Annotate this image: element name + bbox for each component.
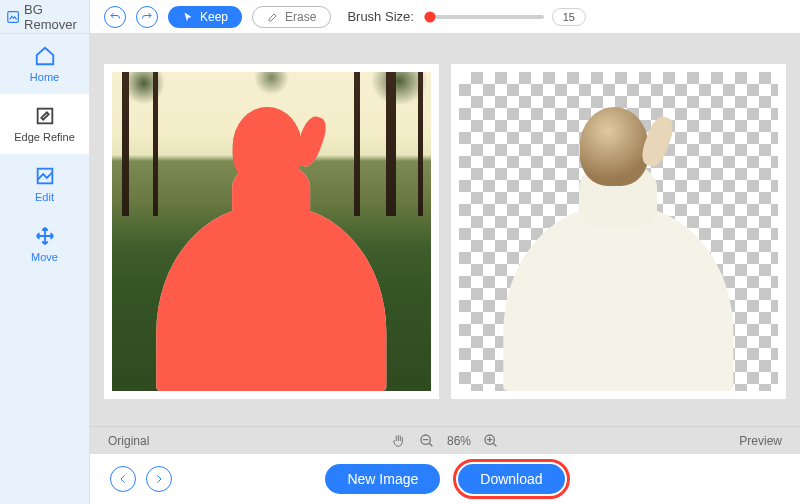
sidebar-item-edit[interactable]: Edit [0, 154, 89, 214]
keep-button[interactable]: Keep [168, 6, 242, 28]
redo-icon [141, 11, 153, 23]
download-button[interactable]: Download [458, 464, 564, 494]
erase-label: Erase [285, 10, 316, 24]
brand-name: BG Remover [24, 2, 83, 32]
zoom-in-icon[interactable] [483, 433, 499, 449]
chevron-left-icon [117, 473, 129, 485]
sidebar-item-move[interactable]: Move [0, 214, 89, 274]
sidebar-item-label: Edge Refine [14, 131, 75, 143]
undo-icon [109, 11, 121, 23]
erase-icon [267, 11, 279, 23]
next-image-button[interactable] [146, 466, 172, 492]
keep-mask-overlay [112, 72, 431, 391]
chevron-right-icon [153, 473, 165, 485]
new-image-button[interactable]: New Image [325, 464, 440, 494]
slider-thumb[interactable] [424, 11, 435, 22]
keep-label: Keep [200, 10, 228, 24]
transparency-checker [459, 72, 778, 391]
edit-icon [34, 165, 56, 187]
download-label: Download [480, 471, 542, 487]
app-root: BG Remover Home Edge Refine Edit Move [0, 0, 800, 504]
erase-button[interactable]: Erase [252, 6, 331, 28]
cutout-subject [504, 110, 734, 391]
zoom-level: 86% [447, 434, 471, 448]
zoom-out-icon[interactable] [419, 433, 435, 449]
sidebar-item-label: Home [30, 71, 59, 83]
original-label: Original [108, 434, 149, 448]
sidebar-item-label: Edit [35, 191, 54, 203]
sidebar: BG Remover Home Edge Refine Edit Move [0, 0, 90, 504]
undo-button[interactable] [104, 6, 126, 28]
move-icon [34, 225, 56, 247]
edge-refine-icon [34, 105, 56, 127]
sidebar-item-edge-refine[interactable]: Edge Refine [0, 94, 89, 154]
brush-size-value: 15 [552, 8, 586, 26]
brush-size-slider[interactable] [424, 15, 544, 19]
preview-label: Preview [739, 434, 782, 448]
pan-icon[interactable] [391, 433, 407, 449]
brand: BG Remover [0, 0, 89, 34]
original-panel[interactable] [104, 64, 439, 399]
brush-size-label: Brush Size: [347, 9, 413, 24]
brush-size-control: 15 [424, 8, 586, 26]
svg-rect-1 [37, 109, 52, 124]
prev-image-button[interactable] [110, 466, 136, 492]
sidebar-item-home[interactable]: Home [0, 34, 89, 94]
status-bar: Original 86% Preview [90, 426, 800, 454]
toolbar: Keep Erase Brush Size: 15 [90, 0, 800, 34]
redo-button[interactable] [136, 6, 158, 28]
original-image [112, 72, 431, 391]
preview-panel[interactable] [451, 64, 786, 399]
new-image-label: New Image [347, 471, 418, 487]
main: Keep Erase Brush Size: 15 [90, 0, 800, 504]
brand-icon [6, 8, 20, 26]
home-icon [34, 45, 56, 67]
canvas-area [90, 34, 800, 426]
keep-icon [182, 11, 194, 23]
footer-bar: New Image Download [90, 454, 800, 504]
sidebar-item-label: Move [31, 251, 58, 263]
